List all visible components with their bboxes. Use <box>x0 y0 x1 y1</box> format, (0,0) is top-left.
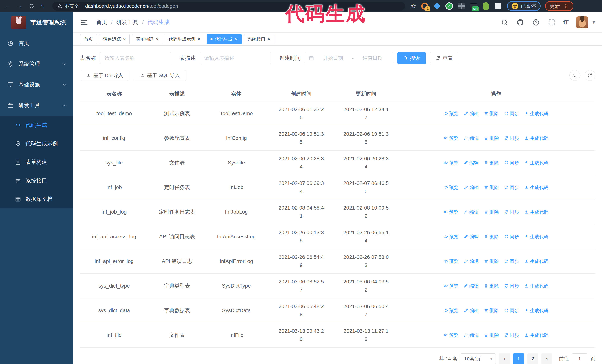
action-delete[interactable]: 删除 <box>484 208 499 216</box>
sidebar-item-3[interactable]: 研发工具 <box>0 95 73 116</box>
action-edit[interactable]: 编辑 <box>464 208 479 216</box>
action-generate[interactable]: 生成代码 <box>524 159 548 167</box>
table-desc-input[interactable] <box>200 52 271 64</box>
close-icon[interactable]: × <box>235 37 238 42</box>
action-preview[interactable]: 预览 <box>443 233 458 241</box>
action-generate[interactable]: 生成代码 <box>524 233 548 241</box>
page-button-2[interactable]: 2 <box>527 354 538 364</box>
action-delete[interactable]: 删除 <box>484 331 499 339</box>
action-delete[interactable]: 删除 <box>484 282 499 290</box>
reload-icon[interactable] <box>29 3 35 9</box>
import-sql-button[interactable]: 基于 SQL 导入 <box>134 70 186 81</box>
extension-grid-icon[interactable] <box>457 2 465 10</box>
extension-orange-icon[interactable]: 1 <box>421 2 429 10</box>
action-sync[interactable]: 同步 <box>504 306 519 315</box>
action-sync[interactable]: 同步 <box>504 134 519 142</box>
extension-check-icon[interactable]: ✓ <box>445 2 453 10</box>
sidebar-item-2[interactable]: 基础设施 <box>0 74 73 95</box>
table-name-input[interactable] <box>100 52 171 64</box>
close-icon[interactable]: × <box>156 37 159 42</box>
bookmark-star-icon[interactable]: ☆ <box>410 2 416 10</box>
action-sync[interactable]: 同步 <box>504 233 519 241</box>
chevron-down-icon[interactable]: ▾ <box>592 20 595 25</box>
extension-gem-icon[interactable] <box>433 2 441 10</box>
action-edit[interactable]: 编辑 <box>464 109 479 118</box>
action-edit[interactable]: 编辑 <box>464 306 479 315</box>
action-generate[interactable]: 生成代码 <box>524 183 548 191</box>
action-generate[interactable]: 生成代码 <box>524 282 548 290</box>
action-delete[interactable]: 删除 <box>484 109 499 118</box>
avatar[interactable] <box>576 16 588 28</box>
action-sync[interactable]: 同步 <box>504 159 519 167</box>
action-delete[interactable]: 删除 <box>484 306 499 315</box>
sidebar-subitem-1[interactable]: 代码生成示例 <box>0 135 73 153</box>
action-preview[interactable]: 预览 <box>443 331 458 339</box>
action-edit[interactable]: 编辑 <box>464 159 479 167</box>
page-size-select[interactable]: 10条/页▾ <box>461 354 496 364</box>
tab-4[interactable]: 代码生成× <box>206 34 242 44</box>
action-edit[interactable]: 编辑 <box>464 134 479 142</box>
start-date-placeholder[interactable]: 开始日期 <box>316 55 350 62</box>
app-logo[interactable]: 芋道管理系统 <box>0 12 73 33</box>
action-preview[interactable]: 预览 <box>443 109 458 118</box>
action-generate[interactable]: 生成代码 <box>524 306 548 315</box>
forward-icon[interactable]: → <box>16 3 23 10</box>
extension-dark-icon[interactable]: on <box>470 2 478 10</box>
security-status[interactable]: 不安全 <box>57 3 79 10</box>
end-date-placeholder[interactable]: 结束日期 <box>356 55 389 62</box>
action-generate[interactable]: 生成代码 <box>524 109 548 118</box>
collapse-menu-icon[interactable] <box>80 18 88 26</box>
close-icon[interactable]: × <box>197 37 200 42</box>
action-delete[interactable]: 删除 <box>484 233 499 241</box>
action-edit[interactable]: 编辑 <box>464 331 479 339</box>
help-icon[interactable] <box>532 19 540 26</box>
extension-puzzle-icon[interactable] <box>494 2 502 10</box>
sidebar-subitem-4[interactable]: 数据库文档 <box>0 190 73 208</box>
breadcrumb-item-0[interactable]: 首页 <box>96 19 107 26</box>
action-sync[interactable]: 同步 <box>504 183 519 191</box>
tab-5[interactable]: 系统接口× <box>244 34 274 44</box>
page-button-1[interactable]: 1 <box>513 354 524 364</box>
tab-2[interactable]: 表单构建× <box>132 34 162 44</box>
action-preview[interactable]: 预览 <box>443 134 458 142</box>
breadcrumb-item-1[interactable]: 研发工具 <box>116 19 138 26</box>
action-sync[interactable]: 同步 <box>504 208 519 216</box>
sidebar-item-1[interactable]: 系统管理 <box>0 54 73 74</box>
action-preview[interactable]: 预览 <box>443 282 458 290</box>
action-preview[interactable]: 预览 <box>443 257 458 265</box>
github-icon[interactable] <box>516 18 524 26</box>
refresh-table-button[interactable] <box>585 70 595 81</box>
close-icon[interactable]: × <box>123 37 126 42</box>
profile-paused-button[interactable]: 已暂停 <box>507 1 540 11</box>
search-button[interactable]: 搜索 <box>397 52 426 64</box>
action-generate[interactable]: 生成代码 <box>524 331 548 339</box>
sidebar-item-0[interactable]: 首页 <box>0 33 73 54</box>
action-preview[interactable]: 预览 <box>443 159 458 167</box>
action-edit[interactable]: 编辑 <box>464 257 479 265</box>
extension-green-icon[interactable] <box>482 2 490 10</box>
font-size-icon[interactable]: tT <box>563 19 569 26</box>
action-sync[interactable]: 同步 <box>504 331 519 339</box>
action-sync[interactable]: 同步 <box>504 109 519 118</box>
action-preview[interactable]: 预览 <box>443 306 458 315</box>
action-delete[interactable]: 删除 <box>484 183 499 191</box>
action-delete[interactable]: 删除 <box>484 257 499 265</box>
close-icon[interactable]: × <box>268 37 270 42</box>
prev-page-button[interactable]: ‹ <box>499 354 510 364</box>
action-edit[interactable]: 编辑 <box>464 233 479 241</box>
fullscreen-icon[interactable] <box>548 19 556 26</box>
action-preview[interactable]: 预览 <box>443 208 458 216</box>
sidebar-subitem-2[interactable]: 表单构建 <box>0 153 73 171</box>
tab-0[interactable]: 首页 <box>80 34 97 44</box>
action-delete[interactable]: 删除 <box>484 134 499 142</box>
date-range-picker[interactable]: 开始日期 - 结束日期 <box>305 52 393 64</box>
tab-1[interactable]: 链路追踪× <box>99 34 130 44</box>
action-generate[interactable]: 生成代码 <box>524 134 548 142</box>
action-preview[interactable]: 预览 <box>443 183 458 191</box>
browser-update-button[interactable]: 更新 ⋮ <box>545 1 573 11</box>
toggle-search-button[interactable] <box>570 70 580 81</box>
action-edit[interactable]: 编辑 <box>464 282 479 290</box>
action-generate[interactable]: 生成代码 <box>524 257 548 265</box>
reset-button[interactable]: 重置 <box>430 52 458 64</box>
search-icon[interactable] <box>501 19 508 26</box>
